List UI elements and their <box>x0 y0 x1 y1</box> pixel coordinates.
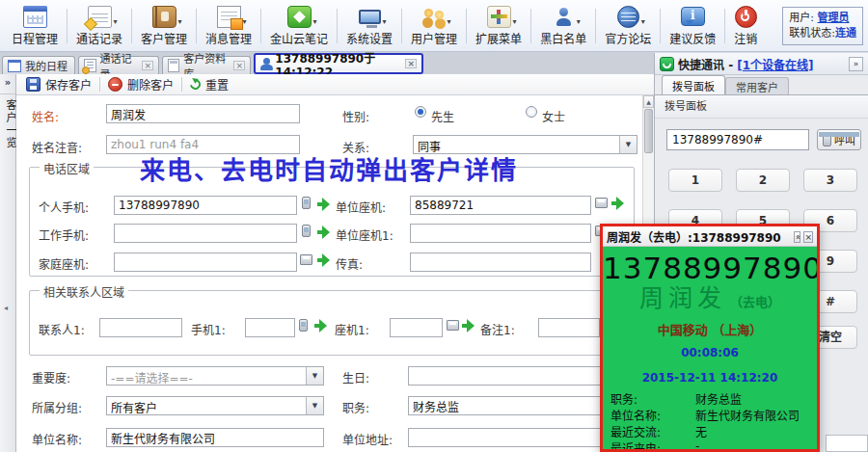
note1-input[interactable] <box>538 318 600 337</box>
splitter-arrow-icon[interactable]: ◂ <box>4 304 8 312</box>
landline1-input[interactable] <box>390 318 443 337</box>
bottom-partial-box <box>826 435 868 452</box>
toolbar-item-extend-menu[interactable]: 扩展菜单 <box>469 2 529 50</box>
reset-button[interactable]: 重置 <box>190 76 229 93</box>
toolbar-item-user-management[interactable]: 用户管理 <box>404 2 464 50</box>
tab-call-log[interactable]: 通话记录 × <box>78 56 159 74</box>
tab-frequent-customers[interactable]: 常用客户 <box>725 77 789 94</box>
toolbar-item-feedback[interactable]: 建议反馈 <box>663 2 722 50</box>
chevron-down-icon[interactable]: ▼ <box>306 367 323 385</box>
relation-select[interactable]: 同事 ▼ <box>413 135 637 154</box>
tab-dial-pad[interactable]: 拨号面板 <box>662 75 725 94</box>
close-icon[interactable]: × <box>142 61 153 70</box>
keypad-3[interactable]: 3 <box>803 169 857 192</box>
gender-female-radio[interactable] <box>526 106 537 118</box>
dial-out-icon[interactable] <box>462 319 475 332</box>
dial-out-icon[interactable] <box>317 198 331 210</box>
customer-list-strip-title[interactable]: 客户一览 <box>2 99 17 149</box>
collapse-panel-button[interactable]: » <box>849 57 863 71</box>
scrollbar-thumb[interactable] <box>644 109 653 153</box>
logout-icon <box>735 6 757 28</box>
call-button[interactable]: 呼叫 <box>817 129 861 150</box>
devices-online-link[interactable]: [1个设备在线] <box>737 56 813 72</box>
landline-phone-icon[interactable] <box>300 254 312 265</box>
importance-select[interactable]: -==请选择==- ▼ <box>106 366 324 386</box>
toolbar-item-call-log[interactable]: 通话记录 <box>69 2 129 50</box>
toolbar-item-logout[interactable]: 注销 <box>727 2 764 50</box>
relation-label: 关系: <box>342 139 369 155</box>
gender-male-radio[interactable] <box>415 106 426 118</box>
chevron-down-icon[interactable]: ▼ <box>619 136 637 153</box>
detail-row-company: 单位名称: 新生代财务有限公司 <box>610 407 813 423</box>
call-popup-body: 13788997890 周润发 （去电） 中国移动 （上海） 00:08:06 … <box>603 247 817 449</box>
contact1-input[interactable] <box>99 318 182 337</box>
mobile1-input[interactable] <box>245 318 295 337</box>
toolbar-item-label: 用户管理 <box>411 30 457 46</box>
dial-out-icon[interactable] <box>317 226 331 238</box>
work-mobile-input[interactable] <box>114 224 297 243</box>
icon-wrap <box>152 5 176 28</box>
call-popup-titlebar[interactable]: 周润发（去电）:13788997890 »× <box>603 226 817 247</box>
chevron-down-icon[interactable]: ▼ <box>306 397 323 414</box>
gender-female-label: 女士 <box>542 108 565 124</box>
delete-customer-button[interactable]: 删除客户 <box>108 76 174 93</box>
detail-label: 最近交流: <box>610 423 695 439</box>
caller-number: 13788997890 <box>603 251 817 285</box>
document-tabbar: 我的日程 通话记录 × 客户资料库 × 13788997890于14:12:22… <box>0 52 654 74</box>
landline-phone-icon[interactable] <box>595 198 608 208</box>
dial-out-icon[interactable] <box>314 319 328 332</box>
pinyin-input[interactable] <box>106 135 300 154</box>
toolbar-separator <box>595 9 596 43</box>
toolbar-item-system-settings[interactable]: 系统设置 <box>339 2 399 50</box>
close-icon[interactable]: × <box>233 61 245 70</box>
detail-label: 最近来电: <box>610 439 695 449</box>
name-input[interactable] <box>106 104 300 123</box>
fax-input[interactable] <box>410 253 591 272</box>
toolbar-item-kingsoft-note[interactable]: 金山云笔记 <box>263 2 335 50</box>
calendar-icon <box>8 60 21 72</box>
toolbar-item-schedule[interactable]: 日程管理 <box>5 2 65 50</box>
chevron-down-icon <box>383 13 391 27</box>
tab-my-schedule[interactable]: 我的日程 <box>2 56 75 74</box>
office-phone1-input[interactable] <box>410 224 591 243</box>
icon-wrap <box>735 5 757 28</box>
toolbar-item-label: 金山云笔记 <box>270 30 328 46</box>
office-phone-input[interactable] <box>410 196 591 215</box>
user-name-link[interactable]: 管理员 <box>818 12 850 24</box>
keypad-2[interactable]: 2 <box>736 169 790 192</box>
home-phone-input[interactable] <box>114 253 297 272</box>
personal-mobile-input[interactable] <box>114 196 297 215</box>
mobile-phone-icon[interactable] <box>302 197 311 209</box>
position-input[interactable] <box>408 396 614 415</box>
landline-phone-icon[interactable] <box>447 320 459 331</box>
scroll-up-arrow[interactable]: ▲ <box>643 95 654 108</box>
toolbar-item-message-management[interactable]: 消息管理 <box>199 2 258 50</box>
chevron-up-icon: » <box>792 234 803 240</box>
close-popup-button[interactable]: × <box>803 231 813 243</box>
user-label: 用户: <box>789 12 814 24</box>
mobile-phone-icon[interactable] <box>299 319 308 332</box>
address-input[interactable] <box>408 428 614 447</box>
close-icon[interactable]: × <box>405 59 417 68</box>
office-phone-label: 单位座机: <box>336 199 386 215</box>
toolbar-separator <box>181 77 182 92</box>
company-input[interactable] <box>106 428 324 447</box>
birthday-input[interactable] <box>408 366 614 386</box>
group-label: 所属分组: <box>32 399 82 415</box>
mobile-phone-icon[interactable] <box>302 225 311 237</box>
tab-active-call[interactable]: 13788997890于14:12:22 × <box>254 53 423 74</box>
detail-row-position: 职务: 财务总监 <box>610 390 813 407</box>
toolbar-item-blackwhite-list[interactable]: 黑白名单 <box>533 2 593 50</box>
expand-panel-button[interactable]: » <box>0 74 15 94</box>
toolbar-item-customer-management[interactable]: 客户管理 <box>134 2 194 50</box>
dial-out-icon[interactable] <box>317 253 331 266</box>
detail-label: 职务: <box>610 390 695 407</box>
collapse-popup-button[interactable]: » <box>794 231 801 243</box>
dial-number-input[interactable] <box>666 129 809 150</box>
toolbar-item-official-forum[interactable]: 官方论坛 <box>598 2 658 50</box>
keypad-1[interactable]: 1 <box>668 169 722 192</box>
tab-customer-database[interactable]: 客户资料库 × <box>162 56 251 74</box>
dial-out-icon[interactable] <box>611 197 625 209</box>
group-select[interactable]: 所有客户 ▼ <box>106 396 324 415</box>
save-customer-button[interactable]: 保存客户 <box>26 76 92 93</box>
